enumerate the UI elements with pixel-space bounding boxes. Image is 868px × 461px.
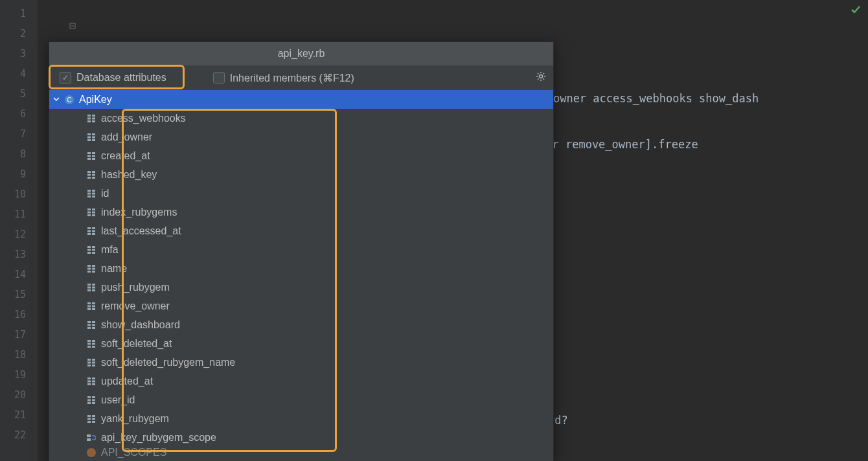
- association-icon: [86, 432, 97, 444]
- tree-item[interactable]: name: [49, 259, 553, 278]
- svg-rect-55: [87, 271, 91, 273]
- svg-rect-83: [87, 361, 91, 363]
- tree-item[interactable]: last_accessed_at: [49, 221, 553, 240]
- svg-rect-20: [92, 158, 95, 160]
- line-number: 15: [0, 285, 38, 305]
- tree-item[interactable]: updated_at: [49, 372, 553, 390]
- svg-rect-104: [92, 421, 95, 423]
- svg-rect-39: [87, 227, 91, 229]
- popup-toolbar: Database attributes Inherited members (⌘…: [49, 65, 553, 90]
- tree-item[interactable]: id: [49, 184, 553, 203]
- inherited-members-toggle[interactable]: Inherited members (⌘F12): [209, 69, 358, 87]
- svg-rect-93: [87, 396, 91, 398]
- svg-rect-24: [92, 174, 95, 175]
- tree-item-label: yank_rubygem: [101, 413, 169, 425]
- svg-point-107: [87, 448, 96, 457]
- svg-rect-35: [87, 211, 91, 213]
- tree-root[interactable]: C ApiKey: [49, 90, 553, 109]
- svg-rect-53: [87, 267, 91, 269]
- tree-item[interactable]: remove_owner: [49, 297, 553, 315]
- fold-icon[interactable]: [30, 6, 36, 12]
- tree-item[interactable]: user_id: [49, 390, 553, 409]
- svg-rect-101: [87, 418, 91, 420]
- tree-item[interactable]: created_at: [49, 146, 553, 165]
- svg-rect-87: [87, 377, 91, 379]
- line-number: 18: [0, 345, 38, 365]
- db-column-icon: [86, 357, 97, 368]
- svg-rect-61: [87, 289, 91, 291]
- tree-item-label: created_at: [101, 150, 150, 162]
- svg-rect-49: [87, 252, 91, 254]
- svg-rect-31: [87, 196, 91, 197]
- svg-rect-105: [87, 434, 91, 437]
- inherited-members-label: Inherited members (⌘F12): [230, 72, 354, 84]
- svg-rect-7: [87, 120, 91, 122]
- structure-tree[interactable]: C ApiKey access_webhooksadd_ownercreated…: [49, 90, 553, 461]
- tree-item[interactable]: add_owner: [49, 128, 553, 146]
- svg-rect-5: [87, 117, 91, 119]
- svg-rect-98: [92, 402, 95, 404]
- svg-rect-30: [92, 192, 95, 194]
- svg-rect-37: [87, 214, 91, 216]
- db-column-icon: [86, 263, 97, 275]
- gear-icon[interactable]: [535, 71, 547, 85]
- svg-rect-26: [92, 177, 95, 179]
- tree-item[interactable]: index_rubygems: [49, 203, 553, 221]
- svg-rect-65: [87, 305, 91, 307]
- svg-rect-66: [92, 305, 95, 307]
- line-number: 6: [0, 104, 38, 124]
- constant-icon: [86, 447, 97, 458]
- line-number: 7: [0, 124, 38, 144]
- line-number: 14: [0, 265, 38, 285]
- tree-root-label: ApiKey: [79, 94, 112, 106]
- svg-rect-41: [87, 230, 91, 232]
- svg-rect-89: [87, 380, 91, 382]
- tree-item-label: updated_at: [101, 376, 153, 387]
- line-number: 19: [0, 365, 38, 385]
- tree-item[interactable]: yank_rubygem: [49, 409, 553, 428]
- svg-rect-52: [92, 265, 95, 267]
- svg-rect-11: [87, 136, 91, 138]
- svg-rect-38: [92, 214, 95, 216]
- svg-rect-80: [92, 346, 95, 348]
- svg-rect-81: [87, 359, 91, 361]
- popup-title: api_key.rb: [49, 42, 553, 65]
- svg-rect-4: [92, 115, 95, 117]
- chevron-down-icon[interactable]: [53, 96, 63, 104]
- tree-item[interactable]: access_webhooks: [49, 109, 553, 128]
- svg-rect-100: [92, 415, 95, 417]
- svg-rect-18: [92, 155, 95, 157]
- tree-item[interactable]: api_key_rubygem_scope: [49, 428, 553, 447]
- svg-rect-70: [92, 321, 95, 323]
- tree-item[interactable]: show_dashboard: [49, 315, 553, 334]
- tree-item[interactable]: push_rubygem: [49, 278, 553, 297]
- tree-item[interactable]: hashed_key: [49, 165, 553, 184]
- svg-rect-50: [92, 252, 95, 254]
- svg-rect-82: [92, 359, 95, 361]
- svg-rect-58: [92, 284, 95, 286]
- db-column-icon: [86, 169, 97, 181]
- svg-point-0: [540, 75, 543, 78]
- tree-item-label: remove_owner: [101, 300, 170, 312]
- tree-item[interactable]: soft_deleted_at: [49, 334, 553, 353]
- svg-rect-56: [92, 271, 95, 273]
- database-attributes-toggle[interactable]: Database attributes: [56, 69, 170, 86]
- svg-rect-96: [92, 399, 95, 401]
- svg-rect-43: [87, 233, 91, 235]
- svg-rect-29: [87, 192, 91, 194]
- inspection-ok-icon[interactable]: [850, 4, 862, 18]
- svg-rect-59: [87, 286, 91, 288]
- svg-rect-77: [87, 343, 91, 344]
- tree-item[interactable]: mfa: [49, 240, 553, 259]
- svg-rect-91: [87, 383, 91, 385]
- svg-rect-68: [92, 308, 95, 310]
- svg-rect-94: [92, 396, 95, 398]
- tree-item-label: access_webhooks: [101, 113, 186, 124]
- svg-rect-10: [92, 133, 95, 135]
- svg-rect-86: [92, 365, 95, 366]
- line-number: 3: [0, 44, 38, 64]
- svg-rect-22: [92, 171, 95, 173]
- tree-item[interactable]: soft_deleted_rubygem_name: [49, 353, 553, 372]
- svg-rect-3: [87, 115, 91, 117]
- svg-rect-92: [92, 383, 95, 385]
